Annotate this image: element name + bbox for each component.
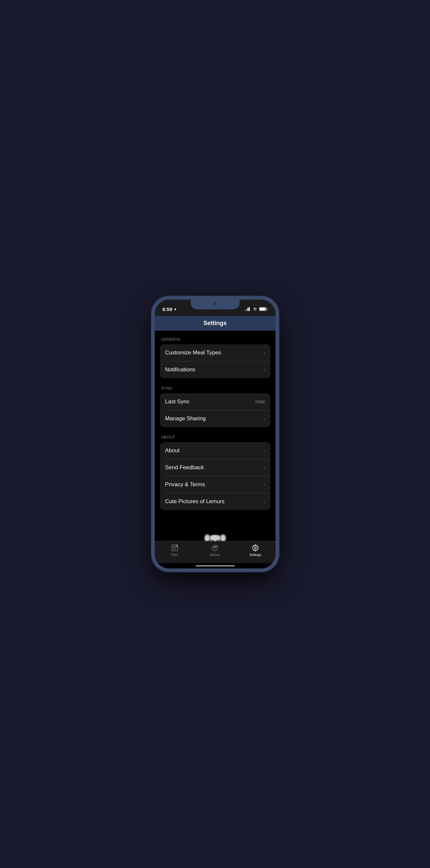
cute-lemurs-right: ›: [263, 499, 265, 504]
customize-meal-types-label: Customize Meal Types: [165, 349, 221, 356]
page-title: Settings: [203, 320, 227, 326]
time-display: 6:59: [163, 306, 172, 312]
notch: [191, 300, 240, 309]
svg-rect-7: [267, 308, 268, 310]
last-sync-value: now: [255, 399, 265, 405]
last-sync-right: now: [255, 399, 265, 405]
home-bar: [196, 565, 235, 566]
sync-section-label: SYNC: [160, 386, 270, 391]
wifi-icon: [252, 307, 258, 311]
tab-plan-label: Plan: [171, 553, 178, 557]
tab-bar: + Plan Dishes Settings: [155, 541, 276, 563]
svg-rect-3: [249, 307, 250, 311]
location-icon: ◂: [174, 307, 176, 311]
send-feedback-label: Send Feedback: [165, 464, 204, 471]
chevron-icon: ›: [263, 465, 265, 470]
tab-settings[interactable]: Settings: [235, 544, 275, 557]
chevron-icon: ›: [263, 499, 265, 504]
manage-sharing-right: ›: [263, 416, 265, 421]
customize-meal-types-row[interactable]: Customize Meal Types ›: [160, 344, 270, 361]
battery-icon: [259, 307, 268, 311]
chevron-icon: ›: [263, 367, 265, 372]
about-group: About › Send Feedback › Privacy & Terms …: [160, 442, 270, 510]
general-section-label: GENERAL: [160, 337, 270, 342]
notifications-right: ›: [263, 367, 265, 372]
send-feedback-right: ›: [263, 465, 265, 470]
phone-frame: 6:59 ◂: [151, 296, 279, 572]
about-row[interactable]: About ›: [160, 442, 270, 459]
svg-point-4: [254, 310, 255, 311]
send-feedback-row[interactable]: Send Feedback ›: [160, 459, 270, 476]
chevron-icon: ›: [263, 482, 265, 487]
tab-dishes-label: Dishes: [210, 553, 220, 557]
privacy-terms-right: ›: [263, 482, 265, 487]
svg-point-17: [205, 535, 209, 541]
settings-content: GENERAL Customize Meal Types › Notificat…: [155, 331, 276, 541]
tab-settings-label: Settings: [250, 553, 261, 557]
last-sync-row[interactable]: Last Sync now: [160, 393, 270, 410]
status-icons: [245, 307, 268, 311]
navigation-bar: Settings: [155, 316, 276, 331]
tab-plan[interactable]: + Plan: [155, 544, 195, 557]
manage-sharing-label: Manage Sharing: [165, 415, 206, 422]
svg-rect-2: [248, 308, 249, 311]
plan-icon: +: [171, 544, 179, 552]
chevron-icon: ›: [263, 350, 265, 355]
manage-sharing-row[interactable]: Manage Sharing ›: [160, 410, 270, 427]
camera: [213, 302, 217, 305]
about-section-label: ABOUT: [160, 435, 270, 439]
status-time: 6:59 ◂: [163, 306, 176, 312]
notifications-label: Notifications: [165, 367, 196, 373]
customize-meal-types-right: ›: [263, 350, 265, 355]
svg-point-36: [213, 546, 216, 549]
svg-text:+: +: [176, 545, 177, 547]
cute-lemurs-row[interactable]: Cute Pictures of Lemurs ›: [160, 493, 270, 510]
silent-button[interactable]: [151, 332, 152, 341]
general-group: Customize Meal Types › Notifications ›: [160, 344, 270, 378]
chevron-icon: ›: [263, 416, 265, 421]
tab-dishes[interactable]: Dishes: [195, 544, 235, 557]
chevron-icon: ›: [263, 448, 265, 453]
lemur-container: [160, 518, 270, 541]
cute-lemurs-label: Cute Pictures of Lemurs: [165, 498, 225, 505]
notifications-row[interactable]: Notifications ›: [160, 361, 270, 378]
last-sync-label: Last Sync: [165, 398, 190, 405]
svg-rect-0: [245, 310, 246, 311]
privacy-terms-row[interactable]: Privacy & Terms ›: [160, 476, 270, 493]
svg-point-37: [254, 547, 256, 549]
about-label: About: [165, 447, 179, 454]
sync-group: Last Sync now Manage Sharing ›: [160, 393, 270, 427]
volume-down-button[interactable]: [151, 362, 152, 374]
svg-point-18: [221, 535, 225, 541]
svg-rect-1: [246, 309, 247, 311]
power-button[interactable]: [278, 348, 279, 371]
svg-rect-6: [260, 308, 265, 310]
signal-icon: [245, 307, 251, 311]
lemur-illustration: [196, 524, 235, 541]
about-right: ›: [263, 448, 265, 453]
settings-icon: [251, 544, 259, 552]
privacy-terms-label: Privacy & Terms: [165, 481, 205, 488]
home-indicator: [155, 563, 276, 568]
dishes-icon: [211, 544, 219, 552]
volume-up-button[interactable]: [151, 345, 152, 358]
